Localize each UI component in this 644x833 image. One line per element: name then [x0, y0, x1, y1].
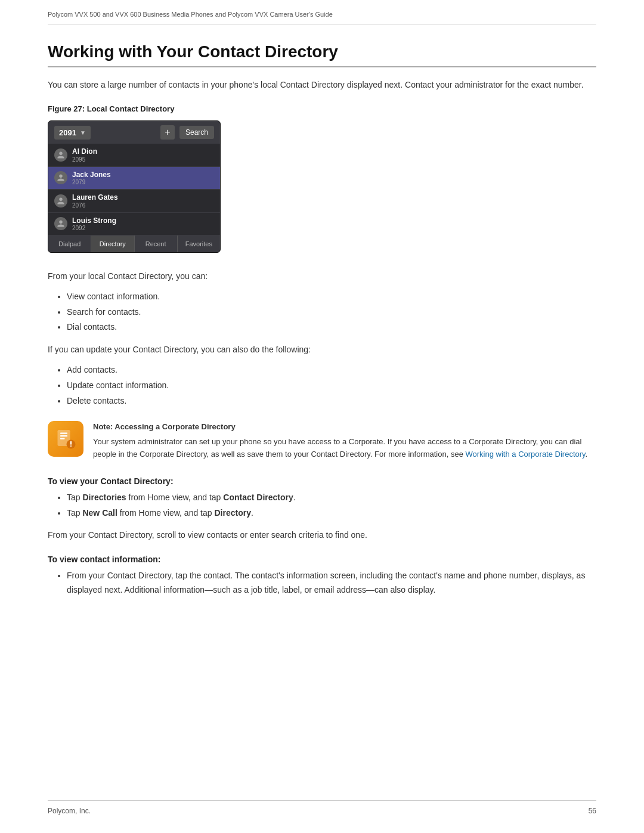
- phone-number: 2091: [59, 128, 76, 137]
- header-bar: Polycom VVX 500 and VVX 600 Business Med…: [48, 0, 596, 24]
- contact-number-louis-strong: 2092: [72, 225, 116, 231]
- svg-rect-3: [60, 438, 65, 439]
- breadcrumb: Polycom VVX 500 and VVX 600 Business Med…: [48, 11, 333, 18]
- to-view-contact-heading: To view contact information:: [48, 555, 596, 564]
- update-capabilities-list: Add contacts. Update contact information…: [67, 363, 596, 408]
- avatar-lauren-gates: [54, 194, 67, 208]
- capability-search: Search for contacts.: [67, 305, 596, 320]
- contact-item-lauren-gates[interactable]: Lauren Gates 2076: [48, 190, 220, 212]
- scroll-text: From your Contact Directory, scroll to v…: [48, 528, 596, 543]
- corporate-directory-link[interactable]: Working with a Corporate Directory: [466, 450, 586, 459]
- contact-info-jack-jones: Jack Jones 2079: [72, 171, 111, 185]
- phone-footer: Dialpad Directory Recent Favorites: [48, 236, 220, 252]
- footer-company: Polycom, Inc.: [48, 807, 91, 815]
- intro-text: You can store a large number of contacts…: [48, 78, 596, 91]
- bold-new-call: New Call: [82, 508, 117, 518]
- capability-view: View contact information.: [67, 290, 596, 304]
- from-directory-text: From your local Contact Directory, you c…: [48, 270, 596, 284]
- update-info: Update contact information.: [67, 379, 596, 393]
- contact-name-jack-jones: Jack Jones: [72, 171, 111, 179]
- bold-directories: Directories: [82, 493, 126, 502]
- to-view-list: Tap Directories from Home view, and tap …: [67, 491, 596, 521]
- contact-info-lauren-gates: Lauren Gates 2076: [72, 193, 118, 208]
- contact-number-al-dion: 2095: [72, 156, 97, 163]
- contact-name-lauren-gates: Lauren Gates: [72, 193, 118, 202]
- contact-item-al-dion[interactable]: Al Dion 2095: [48, 144, 220, 166]
- avatar-louis-strong: [54, 217, 67, 230]
- page-title: Working with Your Contact Directory: [48, 42, 596, 67]
- update-delete: Delete contacts.: [67, 394, 596, 408]
- add-contact-button[interactable]: +: [160, 125, 175, 140]
- phone-mockup: 2091 ▼ + Search Al Dion 2095: [48, 120, 221, 253]
- contact-list: Al Dion 2095 Jack Jones 2079: [48, 144, 220, 236]
- to-view-heading: To view your Contact Directory:: [48, 476, 596, 486]
- contact-number-lauren-gates: 2076: [72, 202, 118, 209]
- to-view-item-1: Tap Directories from Home view, and tap …: [67, 491, 596, 505]
- contact-number-jack-jones: 2079: [72, 179, 111, 185]
- contact-info-louis-strong: Louis Strong 2092: [72, 216, 116, 231]
- tab-directory[interactable]: Directory: [91, 236, 134, 252]
- bold-contact-directory: Contact Directory: [223, 493, 293, 502]
- svg-rect-5: [70, 441, 72, 445]
- phone-number-box: 2091 ▼: [54, 126, 91, 140]
- to-view-contact-item-1: From your Contact Directory, tap the con…: [67, 569, 596, 597]
- contact-name-louis-strong: Louis Strong: [72, 216, 116, 225]
- note-box: Note: Accessing a Corporate Directory Yo…: [48, 421, 596, 460]
- dropdown-arrow-icon: ▼: [80, 129, 86, 136]
- contact-name-al-dion: Al Dion: [72, 147, 97, 156]
- tab-favorites[interactable]: Favorites: [178, 236, 220, 252]
- note-icon: [48, 421, 83, 457]
- tab-dialpad[interactable]: Dialpad: [48, 236, 91, 252]
- avatar-al-dion: [54, 148, 67, 162]
- footer-page-number: 56: [589, 807, 596, 815]
- figure-label: Figure 27: Local Contact Directory: [48, 104, 596, 113]
- tab-recent[interactable]: Recent: [135, 236, 178, 252]
- avatar-jack-jones: [54, 171, 67, 184]
- phone-header: 2091 ▼ + Search: [48, 121, 220, 144]
- to-view-item-2: Tap New Call from Home view, and tap Dir…: [67, 506, 596, 521]
- bold-directory: Directory: [214, 508, 250, 518]
- note-title: Note: Accessing a Corporate Directory: [93, 421, 596, 433]
- if-update-text: If you can update your Contact Directory…: [48, 343, 596, 357]
- svg-rect-2: [60, 435, 67, 436]
- note-body: Your system administrator can set up you…: [93, 436, 596, 461]
- update-add: Add contacts.: [67, 363, 596, 377]
- contact-item-jack-jones[interactable]: Jack Jones 2079: [48, 167, 220, 190]
- capability-dial: Dial contacts.: [67, 320, 596, 335]
- to-view-contact-list: From your Contact Directory, tap the con…: [67, 569, 596, 597]
- search-button[interactable]: Search: [179, 126, 214, 139]
- page-footer: Polycom, Inc. 56: [48, 800, 596, 815]
- note-content: Note: Accessing a Corporate Directory Yo…: [93, 421, 596, 460]
- contact-info-al-dion: Al Dion 2095: [72, 147, 97, 162]
- svg-rect-1: [60, 433, 67, 434]
- svg-point-6: [70, 445, 72, 447]
- capabilities-list: View contact information. Search for con…: [67, 290, 596, 335]
- contact-item-louis-strong[interactable]: Louis Strong 2092: [48, 213, 220, 236]
